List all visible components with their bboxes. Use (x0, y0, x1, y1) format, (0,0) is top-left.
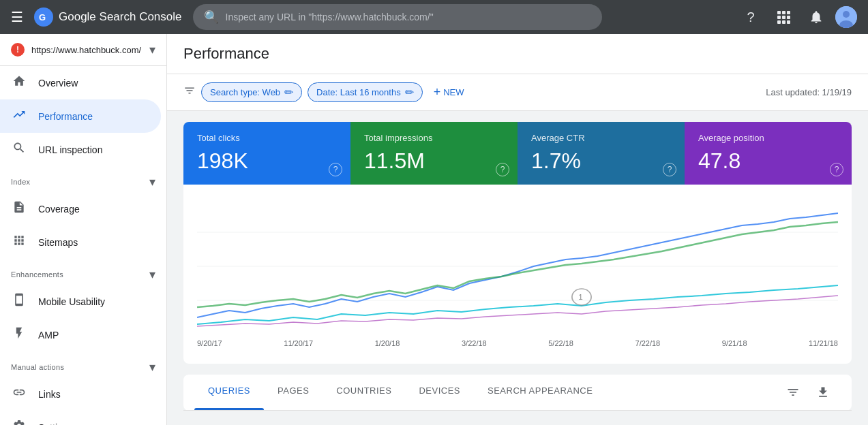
enhancements-section-chevron[interactable]: ▾ (149, 267, 155, 282)
index-section-header: Index ▾ (0, 166, 166, 192)
hamburger-menu-button[interactable]: ☰ (11, 9, 23, 25)
property-selector[interactable]: ! https://www.hatchbuck.com/ ▾ (0, 34, 166, 66)
amp-icon (11, 326, 27, 343)
svg-rect-4 (787, 11, 790, 14)
apps-button[interactable] (770, 3, 797, 31)
new-filter-label: NEW (443, 87, 464, 97)
ctr-label: Average CTR (531, 133, 671, 143)
sidebar-label-performance: Performance (38, 111, 93, 122)
user-avatar[interactable] (835, 6, 857, 28)
index-section-chevron[interactable]: ▾ (149, 174, 155, 189)
property-chevron-icon: ▾ (149, 42, 155, 57)
sidebar-label-overview: Overview (38, 78, 78, 89)
help-button[interactable]: ? (737, 3, 764, 31)
x-label-2: 1/20/18 (375, 339, 400, 347)
mobile-icon (11, 293, 27, 310)
new-filter-button[interactable]: + NEW (428, 82, 470, 102)
svg-text:G: G (39, 12, 46, 22)
tab-countries[interactable]: COUNTRIES (323, 375, 405, 410)
svg-rect-6 (782, 16, 785, 19)
stats-row: Total clicks 198K ? Total impressions 11… (183, 122, 852, 185)
search-type-filter[interactable]: Search type: Web ✏ (201, 82, 302, 102)
sidebar-label-settings: Settings (38, 422, 73, 426)
tab-pages[interactable]: PAGES (264, 375, 323, 410)
clicks-info-icon[interactable]: ? (329, 163, 342, 176)
url-search-input[interactable] (226, 12, 591, 22)
notifications-button[interactable] (803, 3, 830, 31)
property-error-icon: ! (11, 43, 25, 57)
property-url: https://www.hatchbuck.com/ (31, 45, 143, 55)
svg-rect-7 (787, 16, 790, 19)
x-label-3: 3/22/18 (462, 339, 487, 347)
filter-icon[interactable] (183, 84, 196, 100)
notifications-icon (809, 10, 824, 25)
sidebar-item-amp[interactable]: AMP (0, 318, 161, 351)
tab-devices[interactable]: DEVICES (405, 375, 474, 410)
svg-rect-10 (787, 20, 790, 24)
last-updated-text: Last updated: 1/19/19 (766, 87, 852, 97)
svg-rect-8 (777, 20, 781, 24)
sidebar-item-settings[interactable]: Settings (0, 411, 161, 425)
download-button[interactable] (811, 380, 835, 405)
app-logo: G Google Search Console (34, 7, 182, 27)
tabs-bar: QUERIES PAGES COUNTRIES DEVICES SEARCH A… (183, 375, 852, 411)
chart-x-labels: 9/20/17 11/20/17 1/20/18 3/22/18 5/22/18… (197, 336, 838, 350)
manual-actions-section-chevron[interactable]: ▾ (149, 360, 155, 375)
date-label: Date: Last 16 months (316, 87, 401, 97)
home-icon (11, 74, 27, 91)
ctr-info-icon[interactable]: ? (663, 163, 676, 176)
chart-container: 1 9/20/17 11/20/17 1/20/18 3/22/18 5/22/… (183, 185, 852, 364)
tab-queries[interactable]: QUERIES (194, 375, 264, 410)
app-title: Google Search Console (59, 10, 182, 24)
svg-rect-2 (777, 11, 781, 14)
manual-actions-section-header: Manual actions ▾ (0, 351, 166, 377)
stat-card-clicks[interactable]: Total clicks 198K ? (183, 122, 350, 185)
page-header: Performance (167, 34, 868, 74)
performance-chart: 1 (197, 198, 838, 334)
sidebar-label-coverage: Coverage (38, 204, 80, 215)
tab-search-appearance[interactable]: SEARCH APPEARANCE (474, 375, 606, 410)
sidebar-label-url-inspection: URL inspection (38, 144, 102, 155)
sidebar: ! https://www.hatchbuck.com/ ▾ Overview … (0, 34, 167, 425)
date-edit-icon[interactable]: ✏ (405, 86, 414, 99)
links-icon (11, 385, 27, 403)
position-value: 47.8 (698, 148, 838, 174)
date-filter[interactable]: Date: Last 16 months ✏ (308, 82, 423, 102)
impressions-value: 11.5M (364, 148, 504, 174)
sidebar-item-links[interactable]: Links (0, 377, 161, 411)
app-layout: ! https://www.hatchbuck.com/ ▾ Overview … (0, 34, 868, 425)
apps-icon (777, 10, 790, 24)
sidebar-item-coverage[interactable]: Coverage (0, 192, 161, 225)
filter-results-button[interactable] (781, 380, 805, 405)
page-title: Performance (183, 45, 269, 63)
stat-card-impressions[interactable]: Total impressions 11.5M ? (350, 122, 518, 185)
impressions-info-icon[interactable]: ? (496, 163, 509, 176)
topbar: ☰ G Google Search Console 🔍 ? (0, 0, 868, 34)
sidebar-item-performance[interactable]: Performance (0, 99, 161, 133)
ctr-value: 1.7% (531, 148, 671, 174)
sitemaps-icon (11, 234, 27, 251)
position-info-icon[interactable]: ? (830, 163, 843, 176)
sidebar-item-overview[interactable]: Overview (0, 66, 161, 99)
stat-card-position[interactable]: Average position 47.8 ? (685, 122, 852, 185)
sidebar-label-sitemaps: Sitemaps (38, 237, 78, 248)
settings-icon (11, 419, 27, 425)
sidebar-label-amp: AMP (38, 330, 59, 341)
sidebar-item-mobile-usability[interactable]: Mobile Usability (0, 285, 161, 318)
svg-text:1: 1 (578, 294, 583, 301)
coverage-icon (11, 200, 27, 217)
main-content: Performance Search type: Web ✏ Date: Las… (167, 34, 868, 425)
x-label-6: 9/21/18 (722, 339, 747, 347)
search-type-edit-icon[interactable]: ✏ (284, 86, 293, 99)
sidebar-item-url-inspection[interactable]: URL inspection (0, 133, 161, 166)
position-label: Average position (698, 133, 838, 143)
sidebar-item-sitemaps[interactable]: Sitemaps (0, 225, 161, 259)
search-icon: 🔍 (204, 10, 219, 25)
topbar-actions: ? (737, 3, 857, 31)
clicks-label: Total clicks (197, 133, 337, 143)
url-search-bar[interactable]: 🔍 (193, 4, 602, 30)
stat-card-ctr[interactable]: Average CTR 1.7% ? (518, 122, 685, 185)
enhancements-section-header: Enhancements ▾ (0, 259, 166, 285)
x-label-7: 11/21/18 (809, 339, 838, 347)
sidebar-label-links: Links (38, 389, 61, 400)
